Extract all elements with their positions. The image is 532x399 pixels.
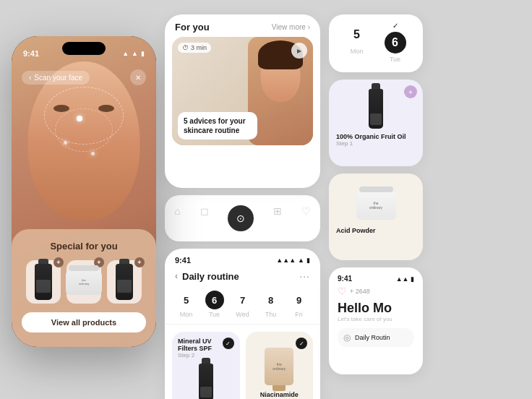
cal-label-wed: Wed (236, 311, 249, 318)
cal-num-5: 5 (177, 291, 196, 309)
signal-icon: ▲ (122, 50, 129, 57)
cal-num-6: 6 (205, 291, 224, 309)
wifi-icon: ▲ (132, 50, 138, 57)
cal-day-5[interactable]: 5 Mon (177, 291, 196, 318)
scan-center-button[interactable]: ⊙ (228, 205, 254, 231)
add-button-3[interactable]: + (134, 257, 145, 267)
routine-title: ‹ Daily routine (175, 271, 239, 282)
main-layout: 9:41 ▲ ▲ ▮ ‹ Scan your face ✕ Special fo… (0, 0, 532, 399)
right-product-img-2: theordinary (336, 181, 416, 224)
hello-subtitle: Let's take care of you (338, 316, 414, 322)
home-icon: ⌂ (174, 205, 180, 217)
phone2-daily-routine: 9:41 ▲▲▲ ▲ ▮ ‹ Daily routine ··· 5 Mon (165, 249, 320, 399)
camera-icon: ⊞ (273, 205, 282, 217)
clock-icon: ⏱ (182, 44, 189, 51)
status-icons: ▲ ▲ ▮ (122, 50, 145, 57)
hello-signal-icon: ▲▲ ▮ (396, 275, 414, 283)
product-card-fruit-oil[interactable]: ✓ Mineral UVFilters SPF Step 2 100% Orga… (172, 332, 240, 399)
right-column: 5 Mon ✓ 6 Tue + 100% Organic Fruit Oil S… (329, 14, 423, 374)
back-button[interactable]: ‹ Scan your face (22, 71, 90, 85)
hello-heart-row: ♡ + 2648 (338, 286, 414, 297)
heart-nav-icon: ♡ (301, 205, 311, 217)
heart-icon: ♡ (338, 286, 347, 297)
right-product-acid-powder[interactable]: theordinary Acid Powder (329, 173, 423, 260)
cal-label-mon: Mon (180, 311, 193, 318)
products-section: ✓ Mineral UVFilters SPF Step 2 100% Orga… (165, 325, 320, 399)
tube-icon: theordinary (265, 348, 293, 385)
routine-icon: ◎ (343, 332, 351, 343)
right-bottle-icon (369, 89, 383, 129)
wifi-icon: ▲ (298, 257, 304, 264)
mineral-product-name: Mineral UVFilters SPF (178, 338, 212, 352)
product-check-1: ✓ (223, 338, 234, 349)
product-name-niacinamide: Niacinamide (252, 391, 308, 398)
right-product-step-1: Step 1 (336, 140, 416, 147)
back-icon: ‹ (29, 74, 31, 82)
cal-label-fri: Fri (295, 311, 303, 318)
tube-product-image: theordinary (265, 345, 293, 388)
view-more-link[interactable]: View more › (272, 23, 310, 31)
calendar-row: 5 Mon 6 Tue 7 Wed 8 Thu 9 Fri (165, 288, 320, 325)
mini-label-tue: Tue (390, 56, 400, 63)
fruit-oil-image (192, 361, 220, 399)
routine-menu-icon[interactable]: ··· (299, 270, 310, 282)
close-button[interactable]: ✕ (130, 69, 146, 85)
products-row: + + theordinary + (22, 260, 146, 304)
cal-day-8[interactable]: 8 Thu (262, 291, 280, 318)
product-card-3[interactable]: + (107, 260, 142, 304)
close-icon: ✕ (135, 74, 141, 82)
serum-bottle-2-icon (116, 264, 133, 300)
hello-greeting: Hello Mo (338, 301, 414, 316)
special-title: Special for you (22, 241, 146, 252)
cream-jar-2-icon: theordinary (356, 191, 396, 220)
streak-count: + 2648 (350, 288, 370, 295)
cal-day-9[interactable]: 9 Fri (290, 291, 309, 318)
for-you-title: For you (175, 22, 210, 33)
chat-icon: ◻ (200, 205, 209, 217)
mini-calendar-days: 5 Mon ✓ 6 Tue (338, 22, 414, 63)
nav-favorites[interactable]: ♡ (293, 202, 319, 234)
bottom-navigation: ⌂ ◻ ⊙ ⊞ ♡ (165, 195, 320, 241)
video-thumbnail[interactable]: ⏱ 3 min ▶ 5 advices for your skincare ro… (172, 37, 313, 145)
video-duration: ⏱ 3 min (178, 43, 211, 53)
mini-day-5[interactable]: 5 Mon (346, 22, 368, 63)
scan-topbar: ‹ Scan your face ✕ (12, 65, 156, 90)
right-product-fruit-oil[interactable]: + 100% Organic Fruit Oil Step 1 (329, 80, 423, 166)
status-time: 9:41 (23, 49, 39, 58)
nav-home[interactable]: ⌂ (166, 202, 189, 234)
for-you-header: For you View more › (165, 14, 320, 37)
bottle-icon (199, 364, 213, 399)
nav-scan[interactable]: ⊙ (219, 202, 262, 234)
video-caption: 5 advices for your skincare routine (178, 112, 257, 140)
product-check-2: ✓ (296, 338, 307, 349)
cal-day-6[interactable]: 6 Tue (205, 291, 224, 318)
daily-routine-row[interactable]: ◎ Daily Routin (338, 328, 414, 347)
product-card-2[interactable]: + theordinary (66, 260, 101, 304)
mini-label-mon: Mon (351, 48, 364, 55)
product-card-niacinamide[interactable]: ✓ theordinary Niacinamide 10% + Zinc 1% (246, 332, 314, 399)
topbar-title: Scan your face (34, 74, 82, 82)
routine-title-text: Daily routine (182, 271, 239, 282)
mini-num-5: 5 (346, 24, 368, 46)
product-card-1[interactable]: + (26, 260, 61, 304)
play-button[interactable]: ▶ (291, 43, 307, 59)
right-product-name-1: 100% Organic Fruit Oil (336, 133, 416, 140)
middle-column: For you View more › ⏱ 3 min ▶ 5 ad (165, 14, 320, 399)
routine-back-icon[interactable]: ‹ (175, 271, 178, 281)
routine-header: ‹ Daily routine ··· (165, 267, 320, 288)
cal-day-7[interactable]: 7 Wed (233, 291, 252, 318)
daily-routine-text: Daily Routin (355, 334, 390, 341)
nav-chat[interactable]: ◻ (192, 202, 218, 234)
mini-calendar: 5 Mon ✓ 6 Tue (329, 14, 423, 72)
add-button-1[interactable]: + (53, 257, 64, 267)
hello-phone-preview: 9:41 ▲▲ ▮ ♡ + 2648 Hello Mo Let's take c… (329, 267, 423, 374)
mini-day-6[interactable]: ✓ 6 Tue (385, 22, 406, 63)
phone1-face-scanner: 9:41 ▲ ▲ ▮ ‹ Scan your face ✕ Special fo… (12, 36, 156, 347)
caption-text: 5 advices for your skincare routine (184, 116, 252, 135)
add-right-1[interactable]: + (404, 85, 417, 98)
cal-label-thu: Thu (265, 311, 277, 318)
nav-camera[interactable]: ⊞ (265, 202, 291, 234)
view-all-button[interactable]: View all products (22, 312, 146, 332)
cal-label-tue: Tue (209, 311, 220, 318)
phone2-status-icons: ▲▲▲ ▲ ▮ (276, 257, 310, 264)
